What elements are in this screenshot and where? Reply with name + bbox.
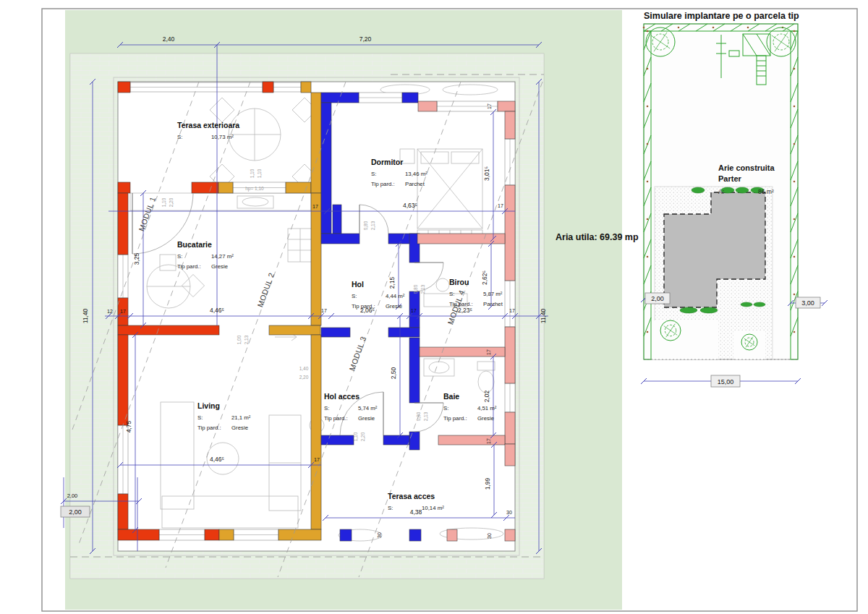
wall-red bbox=[118, 82, 130, 93]
wall-blue bbox=[321, 103, 331, 234]
room-area-value: 13,46 m² bbox=[405, 171, 427, 177]
wall-blue bbox=[388, 328, 420, 337]
room-area-label: S: bbox=[443, 405, 448, 412]
site-dim-label: 2,00 bbox=[651, 295, 664, 302]
dim-label: 17 bbox=[498, 203, 503, 208]
wall-blue bbox=[333, 205, 341, 234]
room-area-value: 4,51 m² bbox=[477, 405, 497, 412]
site-lawn-patch bbox=[734, 331, 765, 359]
wall-orange bbox=[311, 93, 321, 193]
wall-blue bbox=[321, 234, 359, 244]
dim-label: 17 bbox=[509, 308, 515, 313]
fence-post bbox=[793, 256, 796, 258]
dim-label: 1,99 bbox=[484, 477, 491, 490]
wall-orange bbox=[286, 182, 311, 193]
dim-label: 2,13 bbox=[423, 412, 428, 421]
dim-label: 17 bbox=[486, 438, 491, 444]
wall-blue bbox=[383, 435, 409, 445]
dim-label: 2,13 bbox=[370, 221, 375, 230]
wall-pink bbox=[505, 529, 515, 541]
shrub bbox=[741, 302, 752, 307]
room-area-label: S: bbox=[324, 405, 329, 412]
wall-pink bbox=[447, 529, 457, 541]
fence-post bbox=[793, 143, 796, 145]
dim-label: 2,15 bbox=[388, 276, 396, 289]
a-value: 86 m² bbox=[758, 188, 774, 195]
room-floor-label: Tip pard.: bbox=[443, 415, 467, 422]
wall-red bbox=[118, 335, 128, 425]
room-area-value: 4,44 m² bbox=[386, 293, 405, 299]
dim-label: 1,10 bbox=[257, 169, 262, 178]
room-floor-value: Gresie bbox=[211, 263, 228, 270]
room-floor-value: Gresie bbox=[231, 425, 248, 431]
dim-label: 4,75 bbox=[125, 420, 132, 432]
dim-label: 12 bbox=[107, 309, 113, 314]
room-area-label: S: bbox=[449, 291, 454, 297]
room-area-label: S: bbox=[352, 293, 357, 299]
site-title: Simulare implantare pe o parcela tip bbox=[644, 11, 799, 21]
wall-orange bbox=[219, 529, 234, 540]
room-name: Terasa acces bbox=[388, 492, 435, 500]
wall-pink bbox=[505, 444, 515, 466]
dim-label: 2,62⁵ bbox=[481, 270, 488, 285]
dim-label: 17 bbox=[487, 103, 492, 109]
dim-label: 11,40 bbox=[540, 308, 547, 323]
room-floor-value: Gresie bbox=[358, 415, 375, 422]
dim-label: 17 bbox=[120, 309, 126, 314]
fence-post bbox=[647, 30, 649, 33]
wall-red bbox=[118, 529, 159, 540]
wall-blue bbox=[321, 328, 350, 337]
room-floor-value: Gresie bbox=[386, 303, 402, 310]
wall-blue bbox=[402, 93, 418, 103]
dim-label: hp= 1,10 bbox=[245, 186, 264, 192]
shrub bbox=[736, 187, 749, 193]
fence-post bbox=[678, 27, 680, 29]
fence-post bbox=[647, 181, 649, 183]
wall-pink bbox=[438, 435, 505, 445]
room-floor-label: Tip pard.: bbox=[177, 263, 201, 270]
parter-label: Parter bbox=[718, 174, 742, 183]
dim-label: 4,63⁵ bbox=[403, 202, 417, 209]
room-name: Hol bbox=[352, 280, 364, 289]
wall-blue bbox=[409, 529, 421, 541]
fence-post bbox=[793, 294, 796, 296]
dim-label: 2,13 bbox=[420, 284, 425, 294]
site-lawn-patch bbox=[652, 320, 718, 359]
arie-construita-label: Arie construita bbox=[718, 163, 775, 172]
wall-blue bbox=[409, 338, 420, 403]
dim-label: 17 bbox=[312, 204, 318, 209]
aria-utila-label: Aria utila: 69.39 mp bbox=[556, 232, 639, 242]
room-area-label: S: bbox=[371, 171, 376, 177]
room-name: Dormitor bbox=[371, 158, 403, 166]
shrub bbox=[692, 187, 705, 193]
room-area-label: S: bbox=[197, 414, 203, 421]
wall-orange bbox=[278, 529, 321, 540]
wall-pink bbox=[505, 185, 515, 281]
dim-label: 11,40 bbox=[82, 308, 89, 323]
shrub bbox=[754, 302, 765, 307]
room-area-value: 5,74 m² bbox=[358, 405, 378, 412]
fence-post bbox=[747, 27, 749, 29]
dim-label: 2,02 bbox=[483, 390, 490, 402]
dim-label: 17 bbox=[321, 308, 327, 313]
room-area-value: 5,87 m² bbox=[483, 291, 503, 297]
dim-label: 2,20 bbox=[360, 432, 365, 441]
dim-label: 1,10 bbox=[250, 169, 255, 178]
fence-post bbox=[647, 106, 649, 108]
dim-label: 2,40 bbox=[163, 35, 175, 43]
room-area-label: S: bbox=[177, 134, 182, 140]
drawing-svg: 2,407,2011,4011,4012174,46⁵172,06⁵172,23… bbox=[0, 0, 868, 614]
room-floor-label: Tip pard.: bbox=[352, 303, 375, 310]
wall-pink bbox=[505, 412, 515, 444]
fence-post bbox=[712, 27, 715, 29]
dim-label: 30 bbox=[377, 532, 382, 538]
site-dim-label: 3,00 bbox=[801, 299, 814, 307]
room-area-value: 10,73 m² bbox=[211, 134, 234, 140]
fence-post bbox=[647, 218, 649, 221]
dim-label: 0,80 bbox=[416, 412, 421, 421]
room-area-value: 14,27 m² bbox=[211, 253, 234, 260]
dim-label: 0,80 bbox=[413, 284, 418, 294]
wall-orange bbox=[311, 335, 321, 529]
room-name: Birou bbox=[449, 278, 469, 286]
wall-red bbox=[118, 325, 219, 335]
